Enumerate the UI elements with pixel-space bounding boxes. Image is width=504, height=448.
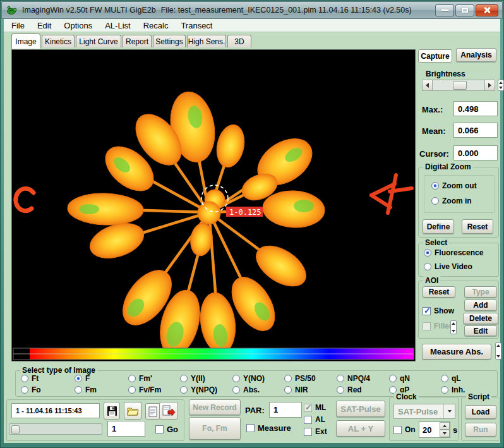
aoi-mini-spinner[interactable] (450, 320, 457, 334)
ml-checkbox[interactable]: ML (304, 403, 326, 412)
live-video-radio[interactable]: Live Video (424, 262, 472, 271)
record-slider[interactable] (9, 423, 102, 435)
aoi-filled-checkbox[interactable]: Filled (423, 322, 453, 330)
brightness-scrollbar-thumb[interactable] (453, 81, 467, 90)
par-value-field[interactable]: 1 (269, 402, 302, 418)
brightness-scrollbar[interactable] (422, 80, 495, 91)
menu-options[interactable]: Options (64, 21, 92, 30)
menu-recalc[interactable]: Recalc (143, 21, 169, 30)
brightness-edge-spinner[interactable] (498, 80, 504, 91)
menu-edit[interactable]: Edit (37, 21, 51, 30)
report-button[interactable] (145, 403, 160, 420)
zoom-out-radio[interactable]: Zoom out (431, 181, 477, 190)
tab-settings[interactable]: Settings (153, 35, 186, 47)
radio-npq4[interactable]: NPQ/4 (337, 374, 370, 383)
radio-fo[interactable]: Fo (21, 385, 41, 394)
tab-high-sens[interactable]: High Sens. (187, 35, 226, 47)
radio-fm[interactable]: Fm (75, 385, 97, 394)
measure-checkbox[interactable]: Measure (246, 423, 291, 433)
radio-f[interactable]: F (75, 374, 90, 383)
al-plus-y-button[interactable]: AL + Y (336, 420, 385, 437)
max-value-field[interactable]: 0.498 (453, 101, 498, 116)
clock-on-checkbox[interactable]: On (393, 425, 416, 434)
radio-qn[interactable]: qN (389, 374, 410, 383)
mean-value-field[interactable]: 0.066 (453, 123, 498, 138)
script-load-button[interactable]: Load (465, 405, 496, 419)
aoi-delete-button[interactable]: Delete (463, 313, 498, 324)
radio-nir[interactable]: NIR (284, 385, 308, 394)
analysis-toggle-button[interactable]: Analysis (456, 48, 496, 62)
script-run-button[interactable]: Run (465, 423, 496, 437)
aoi-type-button[interactable]: Type (464, 286, 497, 298)
cursor-value-field[interactable]: 0.000 (453, 145, 498, 160)
record-slider-thumb[interactable] (11, 425, 20, 433)
tab-3d[interactable]: 3D (227, 35, 251, 47)
aoi-reset-button[interactable]: Reset (423, 286, 455, 298)
checkbox-icon (423, 322, 431, 330)
radio-y2[interactable]: Y(II) (180, 374, 205, 383)
fo-fm-button[interactable]: Fo, Fm (189, 417, 241, 440)
menu-al-list[interactable]: AL-List (105, 21, 130, 30)
aoi-show-checkbox[interactable]: Show (423, 306, 454, 315)
scroll-left-arrow-icon[interactable] (423, 80, 433, 90)
al-checkbox[interactable]: AL (304, 415, 325, 424)
zoom-define-button[interactable]: Define (423, 219, 454, 234)
radio-dot-icon (431, 182, 439, 190)
save-button[interactable] (104, 402, 120, 420)
open-file-button[interactable] (124, 402, 141, 420)
radio-ps50[interactable]: PS/50 (284, 374, 316, 383)
sat-pulse-button[interactable]: SAT-Pulse (336, 401, 385, 417)
fluorescence-image-canvas[interactable]: 1-0.125 (11, 49, 416, 361)
measure-abs-button[interactable]: Measure Abs. (422, 344, 491, 360)
new-record-button[interactable]: New Record (189, 399, 241, 415)
menu-file[interactable]: File (11, 21, 25, 30)
close-button[interactable] (476, 4, 498, 16)
fluorescence-radio[interactable]: Fluorescence (424, 248, 483, 257)
minimize-icon (441, 9, 448, 11)
radio-dot-icon (75, 375, 82, 382)
measure-abs-spinner[interactable] (495, 342, 501, 360)
spinner-buttons[interactable] (440, 422, 450, 437)
maximize-button[interactable] (455, 4, 474, 16)
zoom-in-radio[interactable]: Zoom in (431, 197, 472, 205)
record-number-field[interactable]: 1 (107, 421, 145, 437)
clock-interval-value: 20 (419, 425, 440, 435)
scroll-right-arrow-icon[interactable] (484, 80, 495, 90)
menu-transect[interactable]: Transect (181, 21, 212, 30)
radio-ft[interactable]: Ft (21, 374, 39, 383)
red-curl-mark (16, 188, 33, 210)
record-description-field[interactable]: 1 - 11.04.16 11:15:43 (11, 403, 100, 418)
radio-abs[interactable]: Abs. (232, 385, 260, 394)
brightness-label: Brightness (426, 70, 465, 78)
radio-red[interactable]: Red (337, 385, 362, 394)
minimize-button[interactable] (435, 4, 454, 16)
tab-image[interactable]: Image (11, 33, 40, 49)
clock-mode-dropdown[interactable]: SAT-Pulse (393, 404, 455, 419)
tab-light-curve[interactable]: Light Curve (76, 35, 121, 47)
export-button[interactable] (159, 402, 178, 420)
radio-yno[interactable]: Y(NO) (232, 374, 265, 383)
radio-ynpq[interactable]: Y(NPQ) (180, 385, 217, 394)
capture-toggle-button[interactable]: Capture (418, 49, 452, 63)
spin-up-icon[interactable] (440, 422, 450, 430)
radio-dot-icon (431, 197, 439, 205)
par-label: PAR: (245, 406, 265, 415)
radio-fv-fm[interactable]: Fv/Fm (128, 385, 161, 394)
radio-ql[interactable]: qL (441, 374, 461, 383)
radio-dot-icon (337, 386, 344, 394)
radio-dot-icon (180, 375, 188, 382)
zoom-reset-button[interactable]: Reset (462, 219, 493, 234)
checkbox-icon (304, 428, 312, 436)
go-checkbox[interactable]: Go (155, 425, 178, 434)
aoi-edit-button[interactable]: Edit (464, 325, 497, 336)
radio-fm-prime[interactable]: Fm' (128, 374, 152, 383)
clock-interval-spinner[interactable]: 20 (419, 421, 450, 438)
spin-down-icon[interactable] (440, 430, 450, 437)
export-arrow-icon (162, 405, 176, 416)
radio-inh[interactable]: Inh. (441, 385, 465, 394)
ext-checkbox[interactable]: Ext (304, 427, 327, 436)
title-bar[interactable]: ImagingWin v2.50t FW MULTI GigE2b File: … (1, 1, 503, 19)
aoi-add-button[interactable]: Add (464, 300, 497, 311)
tab-kinetics[interactable]: Kinetics (42, 35, 75, 47)
tab-report[interactable]: Report (123, 35, 152, 47)
